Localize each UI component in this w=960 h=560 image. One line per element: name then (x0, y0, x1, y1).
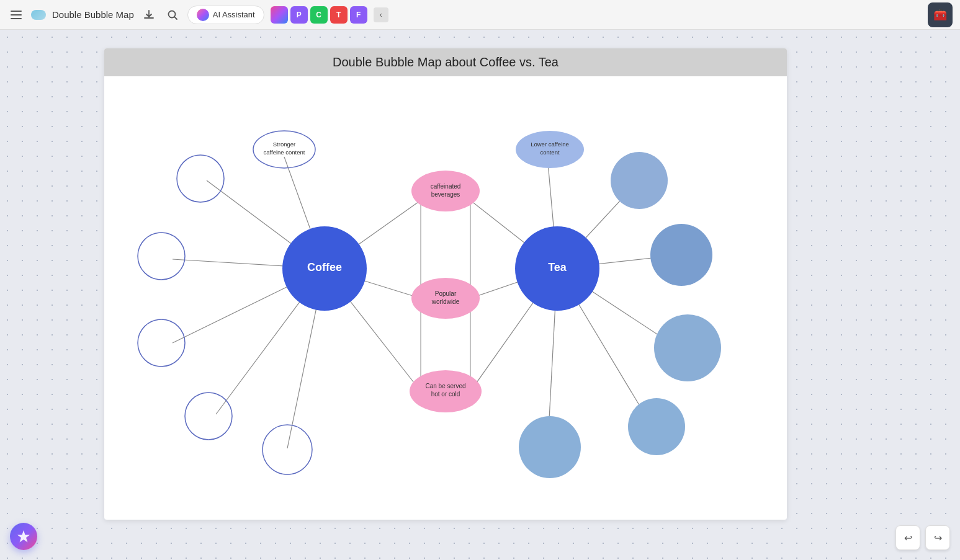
shared-popular-label: Popular (435, 290, 457, 297)
tea-label: Tea (548, 261, 567, 273)
coffee-empty4-node[interactable] (185, 393, 232, 440)
shared-hotcold-label: Can be served (425, 383, 465, 389)
ai-assistant-button[interactable]: AI Assistant (187, 6, 264, 24)
avatar-gradient[interactable] (271, 6, 288, 24)
svg-text:caffeine content: caffeine content (264, 149, 305, 156)
coffee-label: Coffee (307, 261, 342, 273)
diagram-title-bar: Double Bubble Map about Coffee vs. Tea (104, 48, 787, 76)
download-icon[interactable] (140, 6, 158, 24)
svg-rect-2 (11, 18, 22, 19)
ai-icon (197, 9, 209, 21)
ai-logo-button[interactable] (10, 523, 37, 550)
shared-caffeinated-label: caffeinated (431, 183, 461, 190)
bottom-controls: ↩ ↪ (895, 525, 950, 550)
coffee-empty2-node[interactable] (138, 233, 185, 280)
avatar-p[interactable]: P (290, 6, 308, 24)
diagram-title: Double Bubble Map about Coffee vs. Tea (333, 55, 559, 69)
svg-text:beverages: beverages (431, 191, 460, 198)
coffee-empty1-node[interactable] (177, 155, 224, 202)
coffee-stronger-label: Stronger (273, 141, 295, 148)
svg-rect-1 (11, 14, 22, 16)
menu-icon[interactable] (7, 6, 25, 24)
tea-lower-caffeine-label: Lower caffeine (531, 141, 569, 148)
svg-text:content: content (540, 149, 560, 156)
tea-empty5-node[interactable] (519, 416, 581, 478)
cloud-icon (31, 10, 46, 20)
tea-empty2-node[interactable] (650, 224, 712, 286)
briefcase-icon: 🧰 (933, 8, 947, 22)
diagram-svg[interactable]: Coffee Tea caffeinated beverages Popular… (104, 76, 787, 520)
avatar-c[interactable]: C (310, 6, 328, 24)
avatar-t[interactable]: T (330, 6, 348, 24)
collapse-button[interactable]: ‹ (374, 7, 388, 22)
coffee-empty3-node[interactable] (138, 319, 185, 367)
briefcase-button[interactable]: 🧰 (928, 2, 953, 27)
toolbar-avatars: P C T F (271, 6, 367, 24)
avatar-f[interactable]: F (350, 6, 367, 24)
tea-empty3-node[interactable] (654, 314, 721, 381)
toolbar-title: Double Bubble Map (52, 9, 134, 20)
search-icon[interactable] (164, 6, 181, 24)
svg-text:hot or cold: hot or cold (431, 391, 460, 398)
toolbar: Double Bubble Map AI Assistant P C T (0, 0, 960, 30)
coffee-empty5-node[interactable] (262, 425, 312, 474)
tea-empty4-node[interactable] (628, 398, 685, 455)
redo-button[interactable]: ↪ (925, 525, 950, 550)
toolbar-left: Double Bubble Map AI Assistant P C T (7, 6, 920, 24)
svg-rect-0 (11, 11, 22, 12)
tea-empty1-node[interactable] (611, 152, 668, 209)
svg-text:worldwide: worldwide (431, 298, 460, 305)
diagram-container: Double Bubble Map about Coffee vs. Tea (104, 48, 787, 520)
undo-button[interactable]: ↩ (895, 525, 920, 550)
canvas-area[interactable]: Double Bubble Map about Coffee vs. Tea (0, 30, 960, 560)
ai-assistant-label: AI Assistant (213, 10, 255, 19)
